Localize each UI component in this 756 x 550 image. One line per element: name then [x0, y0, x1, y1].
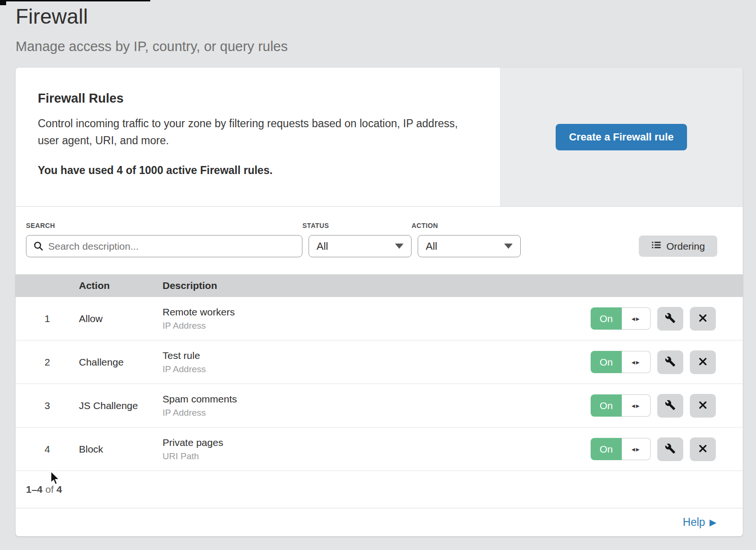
- close-icon: [698, 313, 708, 324]
- ordering-button[interactable]: Ordering: [639, 236, 717, 257]
- rule-controls: On ◂▸: [591, 350, 743, 374]
- priority-drag-handle[interactable]: ◂▸: [622, 307, 651, 330]
- screen-corner-artifact: [0, 0, 6, 5]
- rule-action: JS Challenge: [79, 400, 163, 411]
- left-right-arrows-icon: ◂▸: [631, 358, 640, 367]
- rule-enabled-toggle[interactable]: On ◂▸: [591, 307, 651, 330]
- rule-priority: 1: [16, 313, 79, 324]
- firewall-rules-card: Firewall Rules Control incoming traffic …: [16, 68, 743, 536]
- rule-enabled-toggle[interactable]: On ◂▸: [591, 438, 651, 460]
- rule-controls: On ◂▸: [591, 394, 743, 418]
- chevron-down-icon: [395, 244, 404, 249]
- status-label: STATUS: [302, 222, 412, 229]
- rule-controls: On ◂▸: [591, 437, 743, 461]
- rule-action: Challenge: [79, 357, 163, 368]
- action-label: ACTION: [412, 222, 521, 229]
- page-subtitle: Manage access by IP, country, or query r…: [16, 39, 756, 54]
- close-icon: [698, 357, 708, 368]
- action-select[interactable]: All: [418, 235, 521, 257]
- card-footer: Help ▶: [16, 508, 743, 536]
- rule-match-type: IP Address: [163, 408, 591, 418]
- table-header: Action Description: [16, 274, 743, 297]
- toggle-on-label[interactable]: On: [591, 394, 622, 417]
- rules-table-body: 1 Allow Remote workers IP Address On ◂▸: [16, 297, 743, 471]
- toggle-on-label[interactable]: On: [591, 307, 622, 330]
- rules-description: Control incoming traffic to your zone by…: [38, 115, 481, 149]
- rule-description-cell: Private pages URI Path: [163, 437, 591, 462]
- action-column-header: Action: [79, 280, 163, 291]
- delete-rule-button[interactable]: [690, 307, 716, 331]
- wrench-icon: [665, 400, 676, 412]
- wrench-icon: [665, 313, 676, 325]
- rule-description: Spam comments: [163, 393, 591, 405]
- rule-match-type: IP Address: [163, 321, 591, 331]
- table-row: 4 Block Private pages URI Path On ◂▸: [16, 428, 743, 471]
- ordering-button-label: Ordering: [666, 241, 705, 252]
- rule-action: Block: [79, 444, 163, 455]
- left-right-arrows-icon: ◂▸: [631, 402, 640, 410]
- rule-description: Remote workers: [163, 306, 591, 318]
- rule-priority: 3: [16, 400, 79, 411]
- rules-heading: Firewall Rules: [38, 91, 481, 106]
- wrench-icon: [665, 356, 676, 368]
- pagination-total: 4: [57, 484, 62, 495]
- rule-enabled-toggle[interactable]: On ◂▸: [591, 394, 651, 417]
- screen-edge-artifact: [0, 0, 150, 1]
- close-icon: [698, 444, 708, 455]
- table-row: 2 Challenge Test rule IP Address On ◂▸: [16, 340, 743, 384]
- edit-rule-button[interactable]: [657, 394, 683, 418]
- rule-description: Test rule: [163, 350, 591, 361]
- ordering-list-icon: [651, 240, 662, 253]
- create-firewall-rule-button[interactable]: Create a Firewall rule: [556, 124, 687, 150]
- priority-drag-handle[interactable]: ◂▸: [622, 394, 651, 417]
- rule-enabled-toggle[interactable]: On ◂▸: [591, 351, 651, 373]
- rule-match-type: IP Address: [163, 364, 591, 375]
- rule-description-cell: Remote workers IP Address: [163, 306, 591, 331]
- action-filter-group: ACTION All: [412, 222, 521, 257]
- left-right-arrows-icon: ◂▸: [631, 314, 640, 323]
- table-row: 1 Allow Remote workers IP Address On ◂▸: [16, 297, 743, 340]
- close-icon: [698, 400, 708, 411]
- edit-rule-button[interactable]: [657, 437, 683, 461]
- search-input[interactable]: [26, 235, 302, 257]
- pagination-range: 1–4: [26, 484, 43, 495]
- search-label: SEARCH: [26, 222, 302, 229]
- toggle-on-label[interactable]: On: [591, 351, 622, 373]
- edit-rule-button[interactable]: [657, 307, 683, 331]
- status-selected-value: All: [317, 240, 328, 253]
- filter-bar: SEARCH STATUS All ACTION All: [16, 207, 743, 274]
- pagination-of-label: of: [45, 484, 54, 495]
- page-header: Firewall Manage access by IP, country, o…: [0, 0, 756, 54]
- priority-drag-handle[interactable]: ◂▸: [622, 351, 651, 373]
- delete-rule-button[interactable]: [690, 350, 716, 374]
- search-icon: [33, 241, 44, 253]
- rule-priority: 2: [16, 357, 79, 368]
- page-title: Firewall: [16, 5, 756, 28]
- table-row: 3 JS Challenge Spam comments IP Address …: [16, 384, 743, 428]
- rule-description-cell: Spam comments IP Address: [163, 393, 591, 418]
- delete-rule-button[interactable]: [690, 437, 716, 461]
- delete-rule-button[interactable]: [690, 394, 716, 418]
- wrench-icon: [665, 443, 676, 455]
- left-right-arrows-icon: ◂▸: [631, 445, 640, 454]
- status-select[interactable]: All: [309, 235, 412, 257]
- rules-intro-text: Firewall Rules Control incoming traffic …: [16, 68, 500, 206]
- rules-intro-section: Firewall Rules Control incoming traffic …: [16, 68, 743, 207]
- action-selected-value: All: [426, 240, 437, 253]
- create-rule-panel: Create a Firewall rule: [500, 68, 743, 206]
- edit-rule-button[interactable]: [657, 350, 683, 374]
- pagination: 1–4 of 4: [16, 471, 743, 508]
- rule-controls: On ◂▸: [591, 307, 743, 331]
- rule-description: Private pages: [163, 437, 591, 448]
- rule-priority: 4: [16, 444, 79, 455]
- help-link[interactable]: Help ▶: [683, 516, 716, 529]
- rule-action: Allow: [79, 313, 163, 324]
- rules-usage-note: You have used 4 of 1000 active Firewall …: [38, 164, 481, 177]
- status-filter-group: STATUS All: [302, 222, 412, 257]
- toggle-on-label[interactable]: On: [591, 438, 622, 460]
- description-column-header: Description: [163, 280, 743, 291]
- help-arrow-icon: ▶: [709, 517, 716, 528]
- priority-drag-handle[interactable]: ◂▸: [622, 438, 651, 460]
- search-filter-group: SEARCH: [26, 222, 302, 257]
- chevron-down-icon: [504, 244, 513, 249]
